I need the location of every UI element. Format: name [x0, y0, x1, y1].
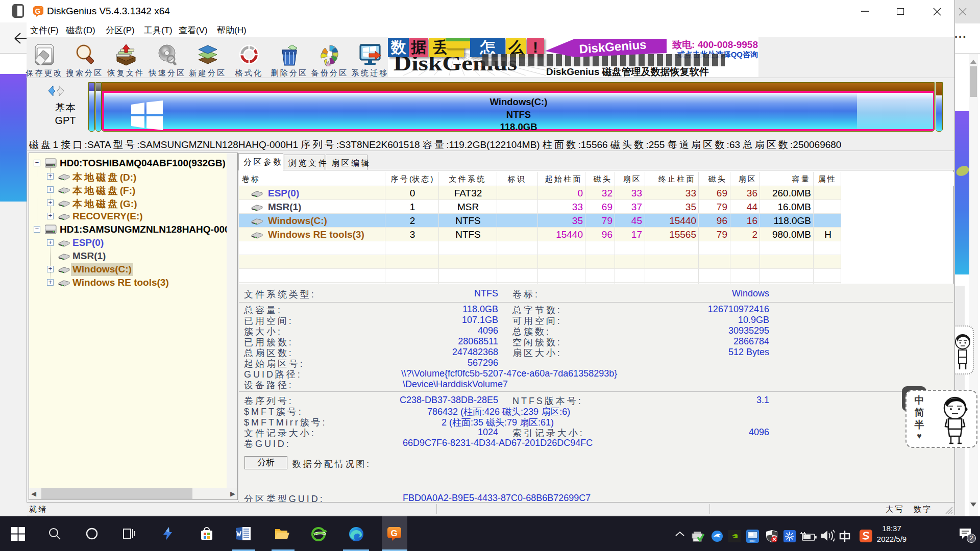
svg-text:G: G	[35, 7, 41, 15]
svg-text:G: G	[390, 529, 397, 538]
svg-text:intel: intel	[749, 539, 755, 542]
